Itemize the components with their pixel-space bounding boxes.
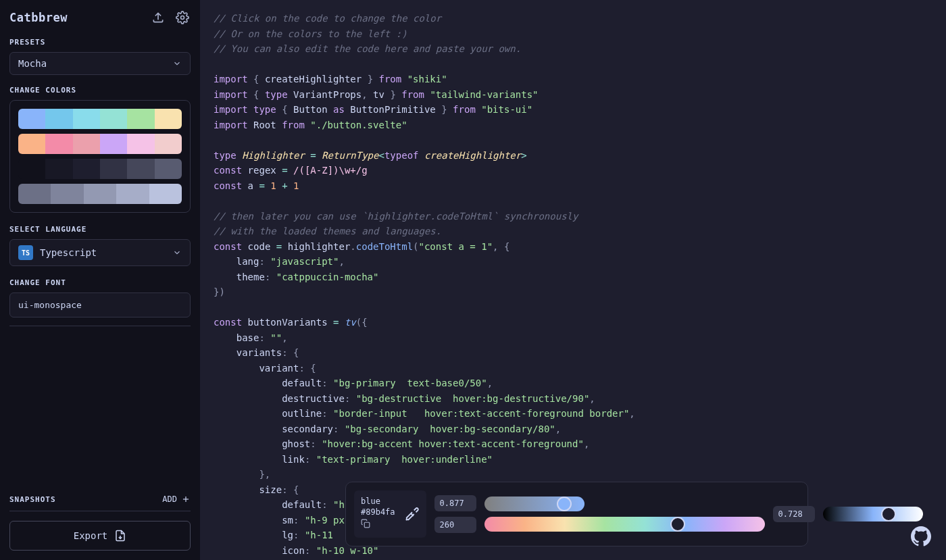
plus-icon [181, 494, 191, 504]
swatch[interactable] [100, 134, 127, 154]
sidebar: Catbbrew PRESETS Mocha CHANGE COLORS [0, 0, 200, 560]
swatch[interactable] [155, 134, 182, 154]
svg-point-0 [181, 16, 184, 20]
base-palette [18, 159, 182, 179]
color-palette-panel [9, 100, 191, 213]
chevron-down-icon [172, 248, 182, 257]
add-snapshot-button[interactable]: ADD [162, 494, 191, 504]
swatch[interactable] [18, 159, 45, 179]
color-info-box: blue #89b4fa [354, 490, 426, 538]
swatch[interactable] [155, 159, 182, 179]
hue-input[interactable] [434, 517, 476, 533]
swatch[interactable] [100, 109, 127, 129]
accent-palette-2 [18, 134, 182, 154]
file-export-icon [114, 530, 126, 542]
swatch[interactable] [149, 184, 182, 204]
language-label: SELECT LANGUAGE [9, 225, 191, 234]
swatch[interactable] [116, 184, 149, 204]
lightness-input[interactable] [773, 506, 815, 522]
color-hex: #89b4fa [361, 507, 395, 517]
language-dropdown[interactable]: TS Typescript [9, 239, 191, 266]
color-picker-popup: blue #89b4fa [345, 482, 808, 547]
header-actions [150, 9, 191, 26]
swatch[interactable] [127, 134, 154, 154]
logo: Catbbrew [9, 11, 68, 24]
colors-label: CHANGE COLORS [9, 86, 191, 95]
swatch[interactable] [18, 134, 45, 154]
snapshots-label: SNAPSHOTS [9, 495, 56, 504]
saturation-input[interactable] [434, 495, 476, 511]
swatch[interactable] [100, 159, 127, 179]
color-name: blue [361, 496, 395, 507]
share-icon[interactable] [150, 9, 166, 26]
preset-selected: Mocha [18, 58, 47, 69]
preset-dropdown[interactable]: Mocha [9, 52, 191, 75]
swatch[interactable] [73, 109, 100, 129]
export-button[interactable]: Export [9, 521, 191, 551]
lightness-slider[interactable] [823, 507, 923, 521]
swatch[interactable] [127, 159, 154, 179]
code-editor[interactable]: // Click on the code to change the color… [200, 0, 946, 560]
swatch[interactable] [84, 184, 116, 204]
swatch[interactable] [45, 134, 72, 154]
slider-thumb[interactable] [557, 497, 572, 511]
swatch[interactable] [155, 109, 182, 129]
language-selected: Typescript [40, 247, 97, 258]
swatch[interactable] [73, 134, 100, 154]
swatch[interactable] [18, 109, 45, 129]
typescript-badge-icon: TS [18, 245, 33, 260]
saturation-slider[interactable] [484, 497, 584, 511]
font-label: CHANGE FONT [9, 278, 191, 287]
swatch[interactable] [45, 109, 72, 129]
swatch[interactable] [51, 184, 83, 204]
swatch[interactable] [127, 109, 154, 129]
swatch[interactable] [18, 184, 51, 204]
font-input[interactable] [9, 292, 191, 317]
editor-main: // Click on the code to change the color… [200, 0, 946, 560]
copy-icon[interactable] [361, 519, 370, 528]
github-icon[interactable] [911, 526, 931, 546]
svg-rect-3 [364, 522, 370, 528]
base-palette-2 [18, 184, 182, 204]
settings-icon[interactable] [174, 9, 191, 26]
swatch[interactable] [45, 159, 72, 179]
accent-palette [18, 109, 182, 129]
slider-thumb[interactable] [670, 517, 685, 532]
hue-slider[interactable] [484, 517, 765, 532]
snapshots-row: SNAPSHOTS ADD [9, 488, 191, 511]
sidebar-header: Catbbrew [9, 9, 191, 26]
presets-label: PRESETS [9, 38, 191, 47]
eyedropper-icon[interactable] [405, 507, 420, 521]
chevron-down-icon [172, 59, 182, 68]
slider-thumb[interactable] [881, 507, 896, 521]
swatch[interactable] [73, 159, 100, 179]
